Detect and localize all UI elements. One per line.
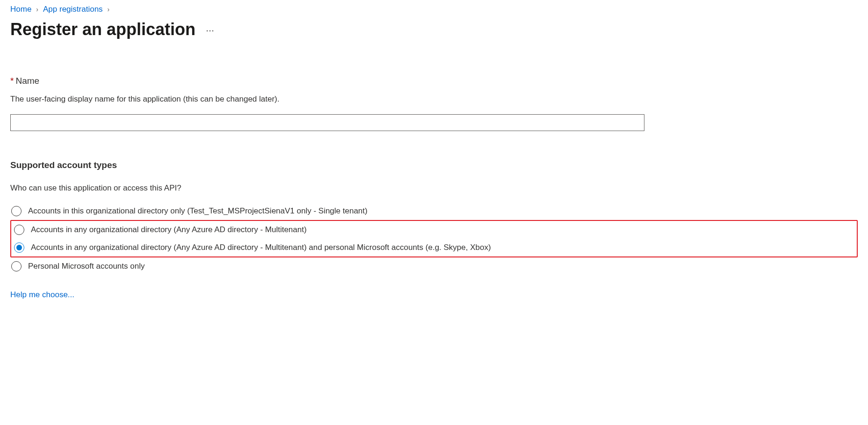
name-field-label: Name [15, 76, 39, 86]
name-input[interactable] [10, 114, 644, 131]
name-field-description: The user-facing display name for this ap… [10, 95, 858, 104]
account-type-option-label: Personal Microsoft accounts only [28, 262, 145, 271]
breadcrumb-app-registrations-link[interactable]: App registrations [43, 5, 103, 14]
radio-icon-selected[interactable] [14, 242, 24, 253]
page-title-row: Register an application ⋯ [10, 20, 858, 39]
account-type-option-personal-only[interactable]: Personal Microsoft accounts only [10, 257, 858, 275]
page-title: Register an application [10, 20, 195, 39]
supported-account-types-question: Who can use this application or access t… [10, 183, 858, 193]
account-type-radio-group: Accounts in this organizational director… [10, 202, 858, 275]
required-asterisk: * [10, 76, 14, 86]
breadcrumb: Home › App registrations › [10, 5, 858, 14]
supported-account-types-header: Supported account types [10, 160, 858, 170]
name-field-label-row: * Name [10, 76, 858, 86]
help-me-choose-link[interactable]: Help me choose... [10, 290, 74, 300]
account-type-option-single-tenant[interactable]: Accounts in this organizational director… [10, 202, 858, 220]
breadcrumb-home-link[interactable]: Home [10, 5, 31, 14]
highlighted-options-box: Accounts in any organizational directory… [10, 220, 858, 257]
more-icon[interactable]: ⋯ [206, 25, 215, 36]
radio-dot [16, 245, 22, 250]
radio-icon[interactable] [14, 225, 24, 235]
account-type-option-multitenant-personal[interactable]: Accounts in any organizational directory… [12, 239, 856, 256]
account-type-option-multitenant[interactable]: Accounts in any organizational directory… [12, 221, 856, 239]
radio-icon[interactable] [11, 206, 22, 216]
chevron-right-icon: › [108, 6, 110, 13]
chevron-right-icon: › [36, 6, 38, 13]
account-type-option-label: Accounts in any organizational directory… [31, 243, 491, 252]
radio-icon[interactable] [11, 261, 22, 271]
account-type-option-label: Accounts in this organizational director… [28, 206, 368, 216]
account-type-option-label: Accounts in any organizational directory… [31, 225, 307, 234]
